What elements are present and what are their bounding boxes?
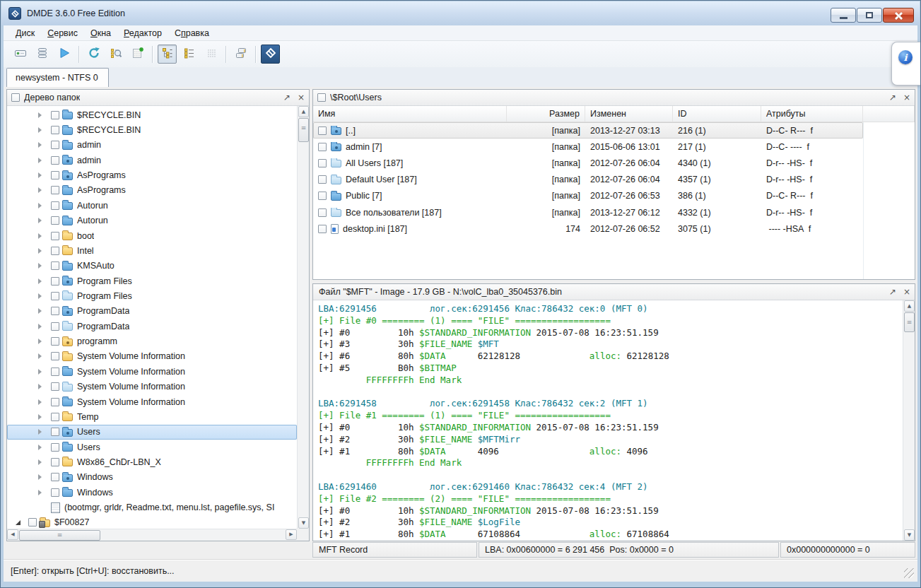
files-panel-close-icon[interactable]: × bbox=[903, 93, 910, 102]
expand-arrow-icon[interactable] bbox=[38, 474, 47, 480]
column-header-Изменен[interactable]: Изменен bbox=[585, 106, 673, 122]
menu-windows[interactable]: Окна bbox=[84, 26, 117, 40]
scroll-up-button[interactable]: ▲ bbox=[904, 300, 915, 312]
new-scan-button[interactable] bbox=[128, 45, 147, 64]
expand-arrow-icon[interactable] bbox=[38, 324, 47, 329]
table-row[interactable]: admin [7][папка]2015-06-06 13:01217 (1)D… bbox=[313, 139, 863, 155]
scroll-left-button[interactable]: ◀ bbox=[7, 529, 18, 540]
table-row[interactable]: Public [7][папка]2012-07-26 06:53386 (1)… bbox=[313, 188, 863, 204]
panels-button[interactable] bbox=[231, 45, 250, 64]
tree-item[interactable]: boot bbox=[7, 228, 297, 243]
expand-arrow-icon[interactable] bbox=[38, 233, 47, 239]
file-checkbox[interactable] bbox=[318, 208, 327, 217]
scrollbar-thumb[interactable]: ≡ bbox=[904, 312, 915, 332]
mft-record-view[interactable]: LBA:6291456 лог.сек:6291456 Клас:786432 … bbox=[313, 300, 903, 541]
tree-item-checkbox[interactable] bbox=[51, 111, 59, 119]
column-header-Атрибуты[interactable]: Атрибуты bbox=[761, 106, 863, 122]
tree-item[interactable]: ProgramData bbox=[7, 304, 297, 319]
tree-panel-close-icon[interactable]: × bbox=[298, 93, 305, 102]
tree-item-checkbox[interactable] bbox=[51, 352, 59, 360]
expand-arrow-icon[interactable] bbox=[38, 353, 47, 359]
tree-item-checkbox[interactable] bbox=[51, 247, 59, 255]
dmde-home-button[interactable] bbox=[261, 45, 280, 64]
menu-help[interactable]: Справка bbox=[168, 26, 216, 40]
tree-item-checkbox[interactable] bbox=[51, 292, 59, 300]
file-checkbox[interactable] bbox=[318, 175, 327, 184]
tree-item[interactable]: (bootmgr, grldr, Readme.txt, menu.lst, p… bbox=[7, 500, 297, 514]
expand-arrow-icon[interactable] bbox=[38, 459, 47, 465]
expand-arrow-icon[interactable] bbox=[38, 203, 47, 208]
refresh-button[interactable] bbox=[84, 45, 103, 64]
column-header-Имя[interactable]: Имя bbox=[313, 106, 507, 122]
tree-item[interactable]: $RECYCLE.BIN bbox=[7, 107, 297, 122]
file-checkbox[interactable] bbox=[318, 192, 327, 200]
tree-item[interactable]: programm bbox=[7, 334, 297, 348]
expand-arrow-icon[interactable] bbox=[38, 112, 47, 118]
file-checkbox[interactable] bbox=[318, 127, 327, 135]
tree-item[interactable]: Intel bbox=[7, 243, 297, 258]
tree-item[interactable]: System Volume Information bbox=[7, 349, 297, 364]
tree-item-checkbox[interactable] bbox=[51, 458, 59, 466]
tree-item-checkbox[interactable] bbox=[51, 428, 59, 436]
expand-arrow-icon[interactable] bbox=[38, 369, 47, 375]
table-row[interactable]: Все пользователи [187][папка]2013-12-27 … bbox=[313, 204, 863, 220]
scroll-right-button[interactable]: ▶ bbox=[286, 529, 297, 540]
tree-item-checkbox[interactable] bbox=[51, 171, 59, 180]
tree-item[interactable]: AsPrograms bbox=[7, 167, 297, 182]
tree-item-checkbox[interactable] bbox=[51, 337, 59, 346]
tree-item-checkbox[interactable] bbox=[51, 216, 59, 225]
partitions-button[interactable] bbox=[33, 45, 52, 64]
tree-item[interactable]: $F00827 bbox=[7, 515, 297, 529]
tree-item[interactable]: W8x86_ChDr-LBN_X bbox=[7, 454, 297, 469]
open-volume-button[interactable] bbox=[54, 45, 74, 64]
scroll-up-button[interactable]: ▲ bbox=[298, 106, 309, 117]
expand-arrow-icon[interactable] bbox=[38, 278, 47, 284]
expand-arrow-icon[interactable] bbox=[38, 218, 47, 223]
expand-arrow-icon[interactable] bbox=[38, 339, 47, 344]
files-panel-maximize-icon[interactable]: ↗ bbox=[889, 93, 896, 102]
scrollbar-thumb[interactable]: ≡ bbox=[19, 530, 100, 541]
tree-item[interactable]: admin bbox=[7, 138, 297, 153]
menu-disk[interactable]: Диск bbox=[9, 26, 41, 40]
tree-item[interactable]: ProgramData bbox=[7, 319, 297, 334]
expand-arrow-icon[interactable] bbox=[38, 187, 47, 193]
close-button[interactable] bbox=[883, 8, 914, 23]
tree-item[interactable]: System Volume Information bbox=[7, 394, 297, 409]
tree-item[interactable]: Temp bbox=[7, 409, 297, 424]
files-select-all-checkbox[interactable] bbox=[317, 93, 326, 102]
tree-item-checkbox[interactable] bbox=[51, 488, 59, 497]
table-row[interactable]: All Users [187][папка]2012-07-26 06:0443… bbox=[313, 155, 863, 171]
tree-item-checkbox[interactable] bbox=[51, 413, 59, 421]
mft-vertical-scrollbar[interactable]: ▲ ≡ ▼ bbox=[903, 300, 915, 541]
tree-item[interactable]: Program Files bbox=[7, 288, 297, 303]
tab-newsystem-ntfs0[interactable]: newsystem - NTFS 0 bbox=[6, 68, 109, 87]
tree-item-checkbox[interactable] bbox=[51, 443, 59, 452]
tree-item[interactable]: System Volume Information bbox=[7, 379, 297, 394]
tree-item[interactable]: Users bbox=[7, 440, 297, 454]
tree-item[interactable]: Users bbox=[7, 425, 297, 440]
resize-grip[interactable] bbox=[904, 568, 914, 578]
tree-item-checkbox[interactable] bbox=[51, 382, 59, 391]
expand-arrow-icon[interactable] bbox=[38, 293, 47, 299]
expand-arrow-icon[interactable] bbox=[38, 384, 47, 389]
menu-editor[interactable]: Редактор bbox=[117, 26, 168, 40]
tree-panel-maximize-icon[interactable]: ↗ bbox=[283, 93, 291, 102]
tree-item[interactable]: Windows bbox=[7, 485, 297, 500]
file-checkbox[interactable] bbox=[318, 159, 327, 167]
tree-item[interactable]: $RECYCLE.BIN bbox=[7, 122, 297, 137]
expand-arrow-icon[interactable] bbox=[38, 308, 47, 314]
tree-item-checkbox[interactable] bbox=[51, 186, 59, 194]
tree-item[interactable]: Windows bbox=[7, 470, 297, 485]
tree-item-checkbox[interactable] bbox=[51, 141, 59, 149]
tree-item[interactable]: Autorun bbox=[7, 198, 297, 213]
expand-arrow-icon[interactable] bbox=[38, 158, 47, 163]
tree-item-checkbox[interactable] bbox=[51, 232, 59, 240]
tree-horizontal-scrollbar[interactable]: ◀ ≡ ▶ bbox=[7, 529, 297, 541]
view-tree-button[interactable] bbox=[158, 45, 177, 64]
tree-item-checkbox[interactable] bbox=[51, 261, 59, 270]
info-icon[interactable]: i bbox=[898, 50, 913, 64]
mft-panel-close-icon[interactable]: × bbox=[903, 287, 910, 297]
file-checkbox[interactable] bbox=[318, 143, 327, 151]
expand-arrow-icon[interactable] bbox=[38, 263, 47, 269]
expand-arrow-icon[interactable] bbox=[38, 127, 47, 133]
